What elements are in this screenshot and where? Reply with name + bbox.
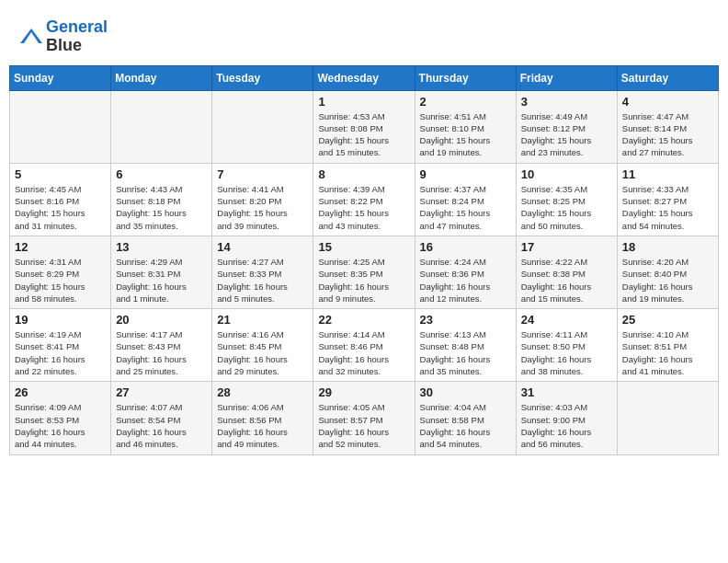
calendar-cell: 24Sunrise: 4:11 AM Sunset: 8:50 PM Dayli…: [516, 309, 617, 382]
calendar-cell: 31Sunrise: 4:03 AM Sunset: 9:00 PM Dayli…: [516, 382, 617, 454]
day-of-week-header: Sunday: [10, 65, 111, 90]
day-number: 26: [15, 385, 106, 399]
calendar-cell: 11Sunrise: 4:33 AM Sunset: 8:27 PM Dayli…: [617, 163, 718, 236]
day-of-week-header: Monday: [111, 65, 212, 90]
calendar-cell: 30Sunrise: 4:04 AM Sunset: 8:58 PM Dayli…: [415, 382, 516, 454]
calendar-cell: 21Sunrise: 4:16 AM Sunset: 8:45 PM Dayli…: [212, 309, 313, 382]
cell-info: Sunrise: 4:33 AM Sunset: 8:27 PM Dayligh…: [622, 183, 713, 232]
cell-info: Sunrise: 4:53 AM Sunset: 8:08 PM Dayligh…: [318, 110, 409, 159]
cell-info: Sunrise: 4:07 AM Sunset: 8:54 PM Dayligh…: [116, 401, 207, 450]
cell-info: Sunrise: 4:43 AM Sunset: 8:18 PM Dayligh…: [116, 183, 207, 232]
calendar-cell: 28Sunrise: 4:06 AM Sunset: 8:56 PM Dayli…: [212, 382, 313, 454]
calendar-cell: 17Sunrise: 4:22 AM Sunset: 8:38 PM Dayli…: [516, 236, 617, 308]
calendar-cell: 8Sunrise: 4:39 AM Sunset: 8:22 PM Daylig…: [313, 163, 415, 236]
day-number: 27: [116, 385, 207, 399]
day-number: 15: [318, 240, 409, 254]
cell-info: Sunrise: 4:03 AM Sunset: 9:00 PM Dayligh…: [521, 401, 612, 450]
calendar-cell: 14Sunrise: 4:27 AM Sunset: 8:33 PM Dayli…: [212, 236, 313, 308]
calendar-header-row: SundayMondayTuesdayWednesdayThursdayFrid…: [10, 65, 719, 90]
calendar-cell: 18Sunrise: 4:20 AM Sunset: 8:40 PM Dayli…: [617, 236, 718, 308]
logo-icon: [18, 27, 44, 47]
cell-info: Sunrise: 4:35 AM Sunset: 8:25 PM Dayligh…: [521, 183, 612, 232]
calendar-week-row: 26Sunrise: 4:09 AM Sunset: 8:53 PM Dayli…: [10, 382, 719, 454]
day-number: 21: [217, 313, 308, 327]
day-number: 22: [318, 313, 409, 327]
calendar-cell: 4Sunrise: 4:47 AM Sunset: 8:14 PM Daylig…: [617, 90, 718, 163]
cell-info: Sunrise: 4:22 AM Sunset: 8:38 PM Dayligh…: [521, 256, 612, 304]
calendar-cell: [617, 382, 718, 454]
cell-info: Sunrise: 4:10 AM Sunset: 8:51 PM Dayligh…: [622, 328, 713, 377]
day-number: 4: [622, 95, 713, 109]
calendar-cell: 3Sunrise: 4:49 AM Sunset: 8:12 PM Daylig…: [516, 90, 617, 163]
cell-info: Sunrise: 4:16 AM Sunset: 8:45 PM Dayligh…: [217, 328, 308, 377]
cell-info: Sunrise: 4:14 AM Sunset: 8:46 PM Dayligh…: [318, 328, 409, 377]
calendar-cell: 23Sunrise: 4:13 AM Sunset: 8:48 PM Dayli…: [415, 309, 516, 382]
day-number: 17: [521, 240, 612, 254]
day-number: 16: [420, 240, 511, 254]
calendar-cell: 10Sunrise: 4:35 AM Sunset: 8:25 PM Dayli…: [516, 163, 617, 236]
day-number: 5: [15, 167, 106, 181]
day-of-week-header: Saturday: [617, 65, 718, 90]
day-number: 20: [116, 313, 207, 327]
calendar-cell: 15Sunrise: 4:25 AM Sunset: 8:35 PM Dayli…: [313, 236, 415, 308]
cell-info: Sunrise: 4:31 AM Sunset: 8:29 PM Dayligh…: [15, 256, 106, 304]
calendar-cell: 1Sunrise: 4:53 AM Sunset: 8:08 PM Daylig…: [313, 90, 415, 163]
cell-info: Sunrise: 4:29 AM Sunset: 8:31 PM Dayligh…: [116, 256, 207, 304]
day-number: 7: [217, 167, 308, 181]
day-number: 3: [521, 95, 612, 109]
calendar-cell: 7Sunrise: 4:41 AM Sunset: 8:20 PM Daylig…: [212, 163, 313, 236]
page-header: GeneralBlue: [9, 9, 719, 60]
cell-info: Sunrise: 4:17 AM Sunset: 8:43 PM Dayligh…: [116, 328, 207, 377]
cell-info: Sunrise: 4:20 AM Sunset: 8:40 PM Dayligh…: [622, 256, 713, 304]
calendar-cell: 26Sunrise: 4:09 AM Sunset: 8:53 PM Dayli…: [10, 382, 111, 454]
day-number: 12: [15, 240, 106, 254]
logo-text: GeneralBlue: [46, 18, 108, 55]
day-number: 14: [217, 240, 308, 254]
day-number: 1: [318, 95, 409, 109]
day-number: 13: [116, 240, 207, 254]
cell-info: Sunrise: 4:51 AM Sunset: 8:10 PM Dayligh…: [420, 110, 511, 159]
day-number: 2: [420, 95, 511, 109]
cell-info: Sunrise: 4:25 AM Sunset: 8:35 PM Dayligh…: [318, 256, 409, 304]
logo: GeneralBlue: [18, 18, 108, 55]
cell-info: Sunrise: 4:27 AM Sunset: 8:33 PM Dayligh…: [217, 256, 308, 304]
day-number: 25: [622, 313, 713, 327]
calendar-week-row: 19Sunrise: 4:19 AM Sunset: 8:41 PM Dayli…: [10, 309, 719, 382]
day-number: 9: [420, 167, 511, 181]
day-of-week-header: Wednesday: [313, 65, 415, 90]
calendar-cell: 9Sunrise: 4:37 AM Sunset: 8:24 PM Daylig…: [415, 163, 516, 236]
calendar-cell: [212, 90, 313, 163]
cell-info: Sunrise: 4:24 AM Sunset: 8:36 PM Dayligh…: [420, 256, 511, 304]
calendar-week-row: 5Sunrise: 4:45 AM Sunset: 8:16 PM Daylig…: [10, 163, 719, 236]
calendar-cell: 22Sunrise: 4:14 AM Sunset: 8:46 PM Dayli…: [313, 309, 415, 382]
calendar-cell: [10, 90, 111, 163]
cell-info: Sunrise: 4:11 AM Sunset: 8:50 PM Dayligh…: [521, 328, 612, 377]
day-number: 23: [420, 313, 511, 327]
calendar-cell: 13Sunrise: 4:29 AM Sunset: 8:31 PM Dayli…: [111, 236, 212, 308]
cell-info: Sunrise: 4:41 AM Sunset: 8:20 PM Dayligh…: [217, 183, 308, 232]
calendar-cell: 5Sunrise: 4:45 AM Sunset: 8:16 PM Daylig…: [10, 163, 111, 236]
day-number: 6: [116, 167, 207, 181]
day-number: 8: [318, 167, 409, 181]
day-number: 10: [521, 167, 612, 181]
calendar-cell: 16Sunrise: 4:24 AM Sunset: 8:36 PM Dayli…: [415, 236, 516, 308]
cell-info: Sunrise: 4:37 AM Sunset: 8:24 PM Dayligh…: [420, 183, 511, 232]
day-number: 30: [420, 385, 511, 399]
cell-info: Sunrise: 4:09 AM Sunset: 8:53 PM Dayligh…: [15, 401, 106, 450]
calendar-cell: 20Sunrise: 4:17 AM Sunset: 8:43 PM Dayli…: [111, 309, 212, 382]
calendar-cell: 12Sunrise: 4:31 AM Sunset: 8:29 PM Dayli…: [10, 236, 111, 308]
cell-info: Sunrise: 4:47 AM Sunset: 8:14 PM Dayligh…: [622, 110, 713, 159]
day-number: 29: [318, 385, 409, 399]
day-of-week-header: Thursday: [415, 65, 516, 90]
calendar-cell: 6Sunrise: 4:43 AM Sunset: 8:18 PM Daylig…: [111, 163, 212, 236]
calendar-table: SundayMondayTuesdayWednesdayThursdayFrid…: [9, 65, 719, 455]
calendar-cell: [111, 90, 212, 163]
calendar-week-row: 12Sunrise: 4:31 AM Sunset: 8:29 PM Dayli…: [10, 236, 719, 308]
calendar-cell: 27Sunrise: 4:07 AM Sunset: 8:54 PM Dayli…: [111, 382, 212, 454]
day-of-week-header: Friday: [516, 65, 617, 90]
cell-info: Sunrise: 4:04 AM Sunset: 8:58 PM Dayligh…: [420, 401, 511, 450]
calendar-week-row: 1Sunrise: 4:53 AM Sunset: 8:08 PM Daylig…: [10, 90, 719, 163]
cell-info: Sunrise: 4:45 AM Sunset: 8:16 PM Dayligh…: [15, 183, 106, 232]
day-of-week-header: Tuesday: [212, 65, 313, 90]
day-number: 28: [217, 385, 308, 399]
